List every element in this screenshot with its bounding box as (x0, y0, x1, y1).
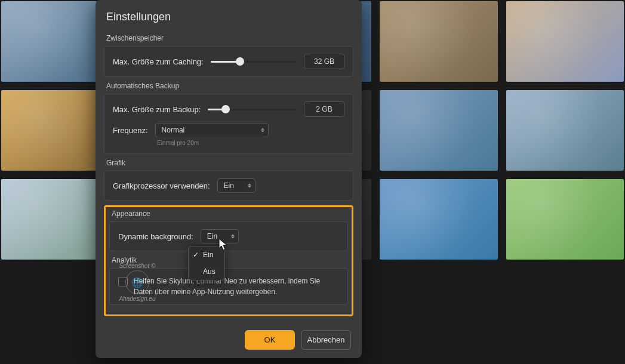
backup-size-label: Max. Größe zum Backup: (113, 105, 201, 114)
appearance-highlight-box: Appearance Dynamic background: Ein Analy… (104, 205, 353, 316)
section-backup-label: Automatisches Backup (106, 82, 351, 90)
thumbnail[interactable] (380, 90, 497, 171)
frequency-value: Normal (162, 126, 185, 134)
cache-size-value[interactable]: 32 GB (304, 54, 344, 69)
thumbnail[interactable] (506, 1, 624, 82)
section-appearance-label: Appearance (112, 209, 346, 218)
cache-size-slider[interactable] (211, 55, 297, 68)
graphics-panel: Grafikprozessor verwenden: Ein (104, 171, 353, 200)
analytics-description: Helfen Sie Skylum, Luminar Neo zu verbes… (134, 276, 339, 297)
chevron-updown-icon (231, 235, 235, 239)
section-analytics-label: Analytik (112, 256, 346, 264)
thumbnail[interactable] (380, 1, 497, 82)
dynamic-bg-value: Ein (207, 232, 217, 240)
backup-size-slider[interactable] (208, 103, 297, 116)
section-cache-label: Zwischenspeicher (106, 34, 351, 42)
settings-dialog: Einstellungen Zwischenspeicher Max. Größ… (96, 0, 362, 358)
dropdown-option-label: Aus (203, 267, 215, 276)
frequency-label: Frequenz: (113, 126, 148, 135)
thumbnail[interactable] (506, 179, 624, 260)
dialog-title: Einstellungen (96, 11, 362, 29)
gpu-value: Ein (224, 181, 234, 190)
analytics-panel: Helfen Sie Skylum, Luminar Neo zu verbes… (109, 268, 348, 305)
cache-panel: Max. Größe zum Caching: 32 GB (104, 46, 353, 77)
gpu-select[interactable]: Ein (217, 178, 255, 193)
frequency-hint: Einmal pro 20m (157, 140, 344, 146)
dialog-footer: OK Abbrechen (96, 322, 362, 350)
chevron-updown-icon (248, 184, 251, 188)
dropdown-option-label: Ein (203, 251, 213, 259)
thumbnail[interactable] (506, 90, 624, 171)
backup-panel: Max. Größe zum Backup: 2 GB Frequenz: No… (104, 94, 353, 154)
analytics-checkbox[interactable] (118, 277, 128, 286)
dynamic-bg-select[interactable]: Ein (201, 229, 239, 243)
appearance-panel: Dynamic background: Ein (109, 221, 348, 251)
ok-button[interactable]: OK (245, 330, 295, 350)
dynamic-bg-dropdown: ✓ Ein Aus (188, 246, 225, 280)
chevron-updown-icon (261, 128, 264, 132)
check-icon: ✓ (193, 251, 199, 259)
cancel-button[interactable]: Abbrechen (301, 330, 351, 350)
dropdown-option-aus[interactable]: Aus (189, 263, 224, 280)
gpu-label: Grafikprozessor verwenden: (113, 181, 210, 190)
backup-size-value[interactable]: 2 GB (304, 101, 344, 117)
thumbnail[interactable] (380, 179, 497, 260)
dynamic-bg-label: Dynamic background: (118, 232, 193, 241)
frequency-select[interactable]: Normal (155, 123, 269, 137)
dropdown-option-ein[interactable]: ✓ Ein (189, 246, 224, 263)
cache-size-label: Max. Größe zum Caching: (113, 57, 204, 66)
section-graphics-label: Grafik (106, 159, 351, 167)
